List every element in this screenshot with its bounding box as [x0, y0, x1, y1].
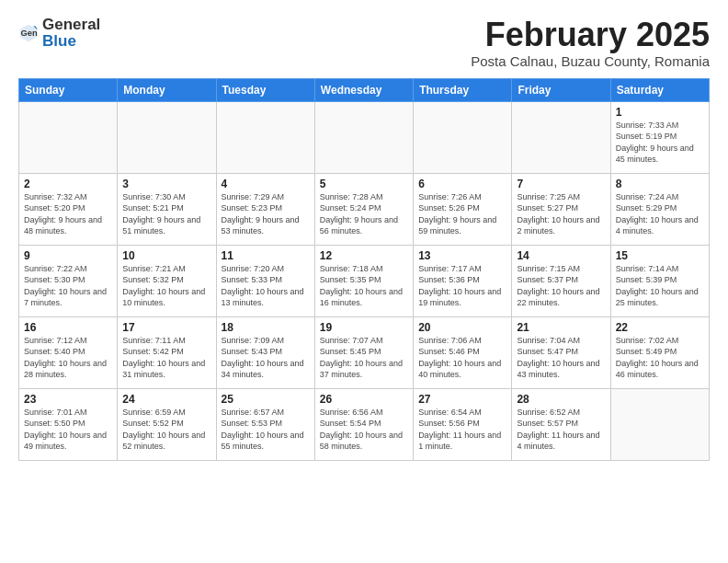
day-info: Sunrise: 7:06 AM Sunset: 5:46 PM Dayligh… [418, 335, 506, 381]
day-info: Sunrise: 7:30 AM Sunset: 5:21 PM Dayligh… [122, 191, 210, 237]
day-info: Sunrise: 7:24 AM Sunset: 5:29 PM Dayligh… [616, 191, 704, 237]
header-area: Gen General Blue February 2025 Posta Cal… [18, 17, 710, 69]
day-number: 2 [24, 178, 112, 190]
day-info: Sunrise: 7:25 AM Sunset: 5:27 PM Dayligh… [517, 191, 605, 237]
calendar-cell: 12Sunrise: 7:18 AM Sunset: 5:35 PM Dayli… [314, 245, 413, 316]
day-info: Sunrise: 7:12 AM Sunset: 5:40 PM Dayligh… [24, 335, 112, 381]
calendar-cell: 13Sunrise: 7:17 AM Sunset: 5:36 PM Dayli… [414, 245, 512, 316]
calendar-cell [118, 101, 216, 173]
calendar-cell [314, 101, 413, 173]
day-info: Sunrise: 7:18 AM Sunset: 5:35 PM Dayligh… [320, 263, 408, 309]
day-info: Sunrise: 7:07 AM Sunset: 5:45 PM Dayligh… [320, 335, 408, 381]
day-info: Sunrise: 7:14 AM Sunset: 5:39 PM Dayligh… [616, 263, 704, 309]
logo-blue: Blue [42, 33, 100, 50]
day-info: Sunrise: 7:22 AM Sunset: 5:30 PM Dayligh… [24, 263, 112, 309]
logo-icon: Gen [18, 23, 39, 43]
week-row-4: 23Sunrise: 7:01 AM Sunset: 5:50 PM Dayli… [19, 388, 710, 460]
day-number: 9 [24, 249, 112, 262]
week-row-1: 2Sunrise: 7:32 AM Sunset: 5:20 PM Daylig… [19, 173, 710, 245]
day-number: 12 [320, 249, 408, 262]
day-number: 8 [616, 178, 704, 190]
day-info: Sunrise: 7:11 AM Sunset: 5:42 PM Dayligh… [122, 335, 210, 381]
calendar-cell: 3Sunrise: 7:30 AM Sunset: 5:21 PM Daylig… [118, 173, 216, 245]
day-info: Sunrise: 7:04 AM Sunset: 5:47 PM Dayligh… [517, 335, 605, 381]
day-info: Sunrise: 7:01 AM Sunset: 5:50 PM Dayligh… [24, 407, 112, 453]
calendar-cell: 7Sunrise: 7:25 AM Sunset: 5:27 PM Daylig… [512, 173, 610, 245]
day-number: 16 [24, 321, 112, 334]
calendar-cell: 11Sunrise: 7:20 AM Sunset: 5:33 PM Dayli… [216, 245, 314, 316]
calendar-cell [610, 388, 709, 460]
day-number: 22 [616, 321, 704, 334]
day-number: 10 [122, 249, 210, 262]
day-number: 21 [517, 321, 605, 334]
day-number: 27 [418, 393, 506, 406]
day-number: 17 [122, 321, 210, 334]
day-info: Sunrise: 7:26 AM Sunset: 5:26 PM Dayligh… [418, 191, 506, 237]
calendar-title: February 2025 [471, 17, 710, 53]
day-number: 23 [24, 393, 112, 406]
day-info: Sunrise: 7:15 AM Sunset: 5:37 PM Dayligh… [517, 263, 605, 309]
weekday-header-sunday: Sunday [19, 78, 118, 101]
logo-general: General [42, 17, 100, 33]
day-number: 7 [517, 178, 605, 190]
calendar-cell: 28Sunrise: 6:52 AM Sunset: 5:57 PM Dayli… [512, 388, 610, 460]
calendar-cell: 4Sunrise: 7:29 AM Sunset: 5:23 PM Daylig… [216, 173, 314, 245]
day-number: 6 [418, 178, 506, 190]
week-row-2: 9Sunrise: 7:22 AM Sunset: 5:30 PM Daylig… [19, 245, 710, 316]
calendar-page: Gen General Blue February 2025 Posta Cal… [0, 0, 728, 563]
calendar-cell: 14Sunrise: 7:15 AM Sunset: 5:37 PM Dayli… [512, 245, 610, 316]
calendar-cell: 22Sunrise: 7:02 AM Sunset: 5:49 PM Dayli… [610, 316, 709, 388]
calendar-cell: 25Sunrise: 6:57 AM Sunset: 5:53 PM Dayli… [216, 388, 314, 460]
calendar-cell: 10Sunrise: 7:21 AM Sunset: 5:32 PM Dayli… [118, 245, 216, 316]
calendar-cell [216, 101, 314, 173]
day-info: Sunrise: 7:20 AM Sunset: 5:33 PM Dayligh… [222, 263, 310, 309]
day-info: Sunrise: 7:33 AM Sunset: 5:19 PM Dayligh… [616, 120, 704, 166]
weekday-header-saturday: Saturday [610, 78, 709, 101]
week-row-3: 16Sunrise: 7:12 AM Sunset: 5:40 PM Dayli… [19, 316, 710, 388]
calendar-cell [512, 101, 610, 173]
logo-text: General Blue [42, 17, 100, 50]
calendar-cell: 16Sunrise: 7:12 AM Sunset: 5:40 PM Dayli… [19, 316, 118, 388]
day-number: 25 [222, 393, 310, 406]
day-number: 28 [517, 393, 605, 406]
calendar-cell: 21Sunrise: 7:04 AM Sunset: 5:47 PM Dayli… [512, 316, 610, 388]
calendar-cell: 19Sunrise: 7:07 AM Sunset: 5:45 PM Dayli… [314, 316, 413, 388]
weekday-header-wednesday: Wednesday [314, 78, 413, 101]
calendar-cell: 23Sunrise: 7:01 AM Sunset: 5:50 PM Dayli… [19, 388, 118, 460]
weekday-header-monday: Monday [118, 78, 216, 101]
day-number: 20 [418, 321, 506, 334]
calendar-cell: 6Sunrise: 7:26 AM Sunset: 5:26 PM Daylig… [414, 173, 512, 245]
calendar-cell: 17Sunrise: 7:11 AM Sunset: 5:42 PM Dayli… [118, 316, 216, 388]
calendar-cell: 24Sunrise: 6:59 AM Sunset: 5:52 PM Dayli… [118, 388, 216, 460]
day-number: 3 [122, 178, 210, 190]
day-number: 11 [222, 249, 310, 262]
calendar-cell: 26Sunrise: 6:56 AM Sunset: 5:54 PM Dayli… [314, 388, 413, 460]
calendar-cell: 27Sunrise: 6:54 AM Sunset: 5:56 PM Dayli… [414, 388, 512, 460]
calendar-subtitle: Posta Calnau, Buzau County, Romania [471, 53, 710, 69]
day-number: 5 [320, 178, 408, 190]
day-number: 15 [616, 249, 704, 262]
calendar-cell: 5Sunrise: 7:28 AM Sunset: 5:24 PM Daylig… [314, 173, 413, 245]
day-info: Sunrise: 6:56 AM Sunset: 5:54 PM Dayligh… [320, 407, 408, 453]
weekday-header-tuesday: Tuesday [216, 78, 314, 101]
calendar-table: SundayMondayTuesdayWednesdayThursdayFrid… [18, 78, 710, 461]
svg-text:Gen: Gen [21, 28, 38, 37]
calendar-cell: 15Sunrise: 7:14 AM Sunset: 5:39 PM Dayli… [610, 245, 709, 316]
day-info: Sunrise: 7:09 AM Sunset: 5:43 PM Dayligh… [222, 335, 310, 381]
calendar-cell: 18Sunrise: 7:09 AM Sunset: 5:43 PM Dayli… [216, 316, 314, 388]
day-number: 13 [418, 249, 506, 262]
calendar-cell: 20Sunrise: 7:06 AM Sunset: 5:46 PM Dayli… [414, 316, 512, 388]
weekday-header-row: SundayMondayTuesdayWednesdayThursdayFrid… [19, 78, 710, 101]
day-number: 1 [616, 106, 704, 119]
logo: Gen General Blue [18, 17, 100, 50]
day-info: Sunrise: 6:57 AM Sunset: 5:53 PM Dayligh… [222, 407, 310, 453]
title-area: February 2025 Posta Calnau, Buzau County… [471, 17, 710, 69]
day-info: Sunrise: 6:52 AM Sunset: 5:57 PM Dayligh… [517, 407, 605, 453]
calendar-cell: 9Sunrise: 7:22 AM Sunset: 5:30 PM Daylig… [19, 245, 118, 316]
day-info: Sunrise: 7:17 AM Sunset: 5:36 PM Dayligh… [418, 263, 506, 309]
day-number: 14 [517, 249, 605, 262]
day-number: 24 [122, 393, 210, 406]
day-info: Sunrise: 7:28 AM Sunset: 5:24 PM Dayligh… [320, 191, 408, 237]
day-info: Sunrise: 7:02 AM Sunset: 5:49 PM Dayligh… [616, 335, 704, 381]
weekday-header-thursday: Thursday [414, 78, 512, 101]
